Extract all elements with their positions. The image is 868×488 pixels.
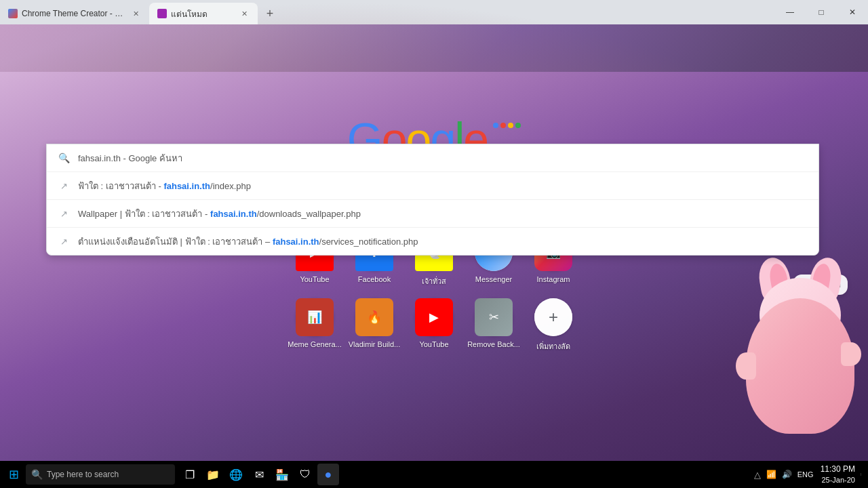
dot-2 xyxy=(500,123,506,128)
taskbar-store[interactable]: 🏪 xyxy=(271,464,293,485)
left-arm xyxy=(736,352,756,380)
shortcut-youtube2[interactable]: ▶ YouTube xyxy=(407,298,461,352)
youtube2-icon: ▶ xyxy=(415,298,453,336)
shortcut-meme-icon: 📊 xyxy=(296,298,334,336)
add-icon: + xyxy=(534,298,572,336)
ac-bold-2: fahsai.in.th xyxy=(163,181,210,191)
shortcut-remove-icon: ✂ xyxy=(475,298,513,336)
lang-label[interactable]: ENG xyxy=(796,469,815,480)
show-desktop-button[interactable] xyxy=(861,473,865,476)
shortcut-vladimir-label: Vladimir Build... xyxy=(349,340,400,348)
shortcut-add[interactable]: + เพิ่มทางลัด xyxy=(526,298,580,352)
dot-1 xyxy=(493,123,498,128)
tab-2[interactable]: แต่นโหมด ✕ xyxy=(149,3,258,24)
taskbar-edge[interactable]: 🌐 xyxy=(225,464,247,485)
remove-bg-icon: ✂ xyxy=(475,298,513,336)
taskbar-date: 25-Jan-20 xyxy=(821,475,855,485)
dot-4 xyxy=(515,123,521,128)
taskbar-clock[interactable]: 11:30 PM 25-Jan-20 xyxy=(818,464,858,485)
ac-suffix-2: /index.php xyxy=(210,181,251,191)
taskbar-chrome[interactable]: ● xyxy=(317,464,339,485)
ac-prefix-3: Wallpaper | ฟ้าใต : เอาชาวสนต้า - xyxy=(78,209,210,219)
taskbar-sys-tray: △ 📶 🔊 ENG 11:30 PM 25-Jan-20 xyxy=(753,461,865,488)
history-icon-3: ↗ xyxy=(58,207,70,220)
character-sticker: ✏ กำหนดค่า xyxy=(732,271,868,434)
ac-prefix-4: ตำแหน่งแจ้งเตือนอัตโนมัติ | ฟ้าใต : เอาช… xyxy=(78,237,273,247)
network-icon[interactable]: 📶 xyxy=(765,468,778,481)
autocomplete-item-3[interactable]: ↗ Wallpaper | ฟ้าใต : เอาชาวสนต้า - fahs… xyxy=(47,200,818,227)
taskbar: ⊞ 🔍 Type here to search ❐ 📁 🌐 ✉ 🏪 🛡 ● △ … xyxy=(0,461,868,488)
history-icon-2: ↗ xyxy=(58,180,70,192)
shortcut-meme-label: Meme Genera... xyxy=(288,340,341,348)
meme-icon: 📊 xyxy=(296,298,334,336)
tab-2-title: แต่นโหมด xyxy=(171,7,235,20)
volume-icon[interactable]: 🔊 xyxy=(781,468,793,481)
tab-2-close[interactable]: ✕ xyxy=(239,8,250,19)
taskbar-search-text: Type here to search xyxy=(47,470,119,479)
shortcuts-row-2: 📊 Meme Genera... 🔥 Vladimir Build... ▶ xyxy=(288,298,580,352)
autocomplete-text-1: fahsai.in.th - Google ค้นหา xyxy=(78,151,808,165)
shortcut-remove-label: Remove Back... xyxy=(467,340,520,348)
content-area: Google 🔍 ค้นหาด้วย Google หรือพิมพ์ URL … xyxy=(0,72,868,461)
taskbar-search-icon: 🔍 xyxy=(31,469,43,480)
shortcut-instagram-label: Instagram xyxy=(537,275,570,283)
shortcut-vladimir-icon: 🔥 xyxy=(355,298,393,336)
autocomplete-text-3: Wallpaper | ฟ้าใต : เอาชาวสนต้า - fahsai… xyxy=(78,207,808,221)
autocomplete-text-2: ฟ้าใต : เอาชาวสนต้า - fahsai.in.th/index… xyxy=(78,179,808,193)
taskbar-explorer[interactable]: 📁 xyxy=(202,464,224,485)
autocomplete-item-1[interactable]: 🔍 fahsai.in.th - Google ค้นหา xyxy=(47,144,818,171)
start-button[interactable]: ⊞ xyxy=(3,464,24,485)
character-body xyxy=(746,298,854,434)
tab-2-favicon xyxy=(157,9,167,18)
shortcut-facebook-label: Facebook xyxy=(358,275,391,283)
ac-bold-4: fahsai.in.th xyxy=(273,237,319,247)
ac-prefix-2: ฟ้าใต : เอาชาวสนต้า - xyxy=(78,181,163,191)
shortcut-youtube-label: YouTube xyxy=(300,275,329,283)
shortcut-add-icon: + xyxy=(534,298,572,336)
ac-suffix-4: /services_notification.php xyxy=(319,237,418,247)
taskbar-av[interactable]: 🛡 xyxy=(294,464,316,485)
shortcut-youtube2-icon: ▶ xyxy=(415,298,453,336)
google-dots xyxy=(493,123,521,128)
shortcut-add-label: เพิ่มทางลัด xyxy=(536,340,570,352)
dot-3 xyxy=(508,123,513,128)
autocomplete-item-4[interactable]: ↗ ตำแหน่งแจ้งเตือนอัตโนมัติ | ฟ้าใต : เอ… xyxy=(47,228,818,255)
shortcut-vladimir[interactable]: 🔥 Vladimir Build... xyxy=(347,298,401,352)
shortcut-remove[interactable]: ✂ Remove Back... xyxy=(467,298,521,352)
task-view-button[interactable]: ❐ xyxy=(179,464,201,485)
autocomplete-text-4: ตำแหน่งแจ้งเตือนอัตโนมัติ | ฟ้าใต : เอาช… xyxy=(78,235,808,249)
shortcut-messenger-label: Messenger xyxy=(475,275,512,283)
autocomplete-item-2[interactable]: ↗ ฟ้าใต : เอาชาวสนต้า - fahsai.in.th/ind… xyxy=(47,172,818,199)
ac-suffix-3: /downloads_wallpaper.php xyxy=(257,209,361,219)
taskbar-search-box[interactable]: 🔍 Type here to search xyxy=(26,464,175,485)
right-arm xyxy=(841,342,861,366)
history-icon-4: ↗ xyxy=(58,235,70,247)
search-icon-1: 🔍 xyxy=(58,152,70,164)
chrome-window: Chrome Theme Creator - Cre... ✕ แต่นโหมด… xyxy=(0,0,868,488)
autocomplete-dropdown: 🔍 fahsai.in.th - Google ค้นหา ↗ ฟ้าใต : … xyxy=(46,144,819,256)
taskbar-mail[interactable]: ✉ xyxy=(248,464,270,485)
shortcut-meme[interactable]: 📊 Meme Genera... xyxy=(288,298,342,352)
vlad-icon: 🔥 xyxy=(355,298,393,336)
shortcut-youtube2-label: YouTube xyxy=(419,340,448,348)
ac-bold-3: fahsai.in.th xyxy=(210,209,257,219)
taskbar-time: 11:30 PM xyxy=(821,464,855,475)
notification-icon[interactable]: △ xyxy=(753,468,762,481)
shortcut-snap-label: เจ้าทั่วส xyxy=(422,275,446,287)
ac-text-normal-1: fahsai.in.th - Google ค้นหา xyxy=(78,153,182,163)
